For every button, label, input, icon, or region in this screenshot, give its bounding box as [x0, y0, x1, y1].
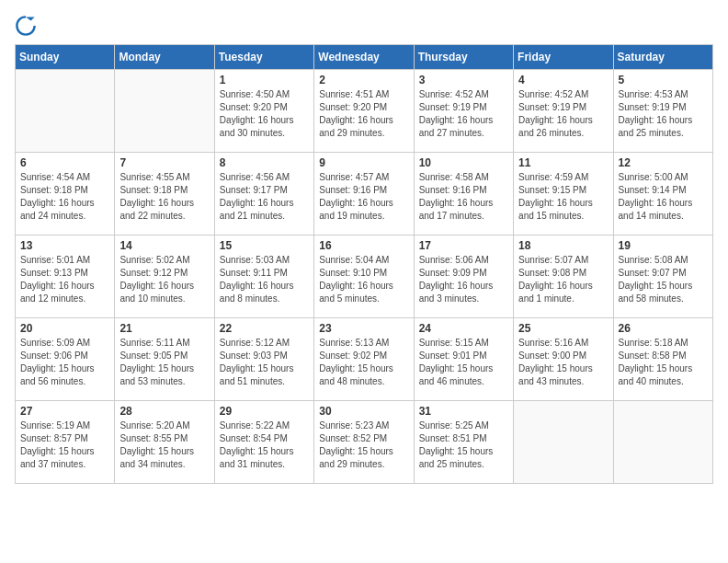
- day-number: 9: [319, 156, 408, 169]
- day-number: 22: [220, 322, 309, 335]
- day-info: Sunrise: 5:20 AM Sunset: 8:55 PM Dayligh…: [119, 419, 209, 471]
- day-number: 27: [20, 405, 109, 418]
- day-info: Sunrise: 4:56 AM Sunset: 9:17 PM Dayligh…: [220, 171, 309, 223]
- calendar-cell: 2Sunrise: 4:51 AM Sunset: 9:20 PM Daylig…: [314, 70, 414, 153]
- day-number: 31: [419, 405, 508, 418]
- day-number: 24: [419, 322, 508, 335]
- calendar-week-row: 20Sunrise: 5:09 AM Sunset: 9:06 PM Dayli…: [16, 318, 713, 401]
- calendar-cell: 25Sunrise: 5:16 AM Sunset: 9:00 PM Dayli…: [514, 318, 613, 401]
- logo-icon: [15, 15, 37, 37]
- day-info: Sunrise: 5:09 AM Sunset: 9:06 PM Dayligh…: [20, 337, 109, 388]
- day-info: Sunrise: 5:15 AM Sunset: 9:01 PM Dayligh…: [419, 337, 508, 388]
- calendar-cell: 14Sunrise: 5:02 AM Sunset: 9:12 PM Dayli…: [115, 236, 214, 318]
- day-number: 19: [619, 239, 708, 252]
- calendar-cell: 22Sunrise: 5:12 AM Sunset: 9:03 PM Dayli…: [214, 318, 313, 401]
- calendar-cell: 18Sunrise: 5:07 AM Sunset: 9:08 PM Dayli…: [514, 236, 613, 318]
- day-info: Sunrise: 5:06 AM Sunset: 9:09 PM Dayligh…: [419, 254, 508, 305]
- calendar-cell: 7Sunrise: 4:55 AM Sunset: 9:18 PM Daylig…: [115, 153, 214, 236]
- calendar-cell: 29Sunrise: 5:22 AM Sunset: 8:54 PM Dayli…: [214, 401, 313, 484]
- calendar-cell: 31Sunrise: 5:25 AM Sunset: 8:51 PM Dayli…: [414, 401, 513, 484]
- calendar-cell: 12Sunrise: 5:00 AM Sunset: 9:14 PM Dayli…: [613, 153, 712, 236]
- day-info: Sunrise: 4:51 AM Sunset: 9:20 PM Dayligh…: [319, 88, 408, 140]
- calendar-table: SundayMondayTuesdayWednesdayThursdayFrid…: [15, 44, 713, 484]
- calendar-week-row: 13Sunrise: 5:01 AM Sunset: 9:13 PM Dayli…: [16, 236, 713, 318]
- calendar-cell: 17Sunrise: 5:06 AM Sunset: 9:09 PM Dayli…: [414, 236, 513, 318]
- weekday-header-saturday: Saturday: [613, 45, 712, 70]
- calendar-cell: 4Sunrise: 4:52 AM Sunset: 9:19 PM Daylig…: [514, 70, 613, 153]
- calendar-cell: 27Sunrise: 5:19 AM Sunset: 8:57 PM Dayli…: [16, 401, 115, 484]
- weekday-header-sunday: Sunday: [16, 45, 115, 70]
- day-number: 6: [20, 156, 109, 169]
- page-header: [15, 15, 713, 37]
- calendar-cell: [115, 70, 214, 153]
- day-info: Sunrise: 5:11 AM Sunset: 9:05 PM Dayligh…: [119, 337, 209, 388]
- day-number: 18: [518, 239, 608, 252]
- calendar-cell: 15Sunrise: 5:03 AM Sunset: 9:11 PM Dayli…: [214, 236, 313, 318]
- day-info: Sunrise: 5:22 AM Sunset: 8:54 PM Dayligh…: [220, 419, 309, 471]
- day-info: Sunrise: 4:54 AM Sunset: 9:18 PM Dayligh…: [20, 171, 109, 223]
- calendar-cell: 21Sunrise: 5:11 AM Sunset: 9:05 PM Dayli…: [115, 318, 214, 401]
- weekday-header-friday: Friday: [514, 45, 613, 70]
- day-info: Sunrise: 4:52 AM Sunset: 9:19 PM Dayligh…: [518, 88, 608, 140]
- day-info: Sunrise: 4:57 AM Sunset: 9:16 PM Dayligh…: [319, 171, 408, 223]
- calendar-cell: 20Sunrise: 5:09 AM Sunset: 9:06 PM Dayli…: [16, 318, 115, 401]
- calendar-cell: 24Sunrise: 5:15 AM Sunset: 9:01 PM Dayli…: [414, 318, 513, 401]
- day-number: 14: [119, 239, 209, 252]
- day-number: 25: [518, 322, 608, 335]
- calendar-cell: [514, 401, 613, 484]
- day-number: 21: [119, 322, 209, 335]
- day-number: 29: [220, 405, 309, 418]
- day-number: 28: [119, 405, 209, 418]
- calendar-week-row: 1Sunrise: 4:50 AM Sunset: 9:20 PM Daylig…: [16, 70, 713, 153]
- day-info: Sunrise: 5:25 AM Sunset: 8:51 PM Dayligh…: [419, 419, 508, 471]
- day-number: 23: [319, 322, 408, 335]
- calendar-cell: 16Sunrise: 5:04 AM Sunset: 9:10 PM Dayli…: [314, 236, 414, 318]
- calendar-cell: 30Sunrise: 5:23 AM Sunset: 8:52 PM Dayli…: [314, 401, 414, 484]
- calendar-cell: 9Sunrise: 4:57 AM Sunset: 9:16 PM Daylig…: [314, 153, 414, 236]
- day-info: Sunrise: 5:12 AM Sunset: 9:03 PM Dayligh…: [220, 337, 309, 388]
- calendar-cell: 10Sunrise: 4:58 AM Sunset: 9:16 PM Dayli…: [414, 153, 513, 236]
- day-number: 20: [20, 322, 109, 335]
- day-info: Sunrise: 5:02 AM Sunset: 9:12 PM Dayligh…: [119, 254, 209, 305]
- weekday-header-row: SundayMondayTuesdayWednesdayThursdayFrid…: [16, 45, 713, 70]
- day-number: 5: [619, 74, 708, 86]
- calendar-cell: 8Sunrise: 4:56 AM Sunset: 9:17 PM Daylig…: [214, 153, 313, 236]
- calendar-cell: 28Sunrise: 5:20 AM Sunset: 8:55 PM Dayli…: [115, 401, 214, 484]
- calendar-cell: 3Sunrise: 4:52 AM Sunset: 9:19 PM Daylig…: [414, 70, 513, 153]
- logo: [15, 15, 40, 37]
- calendar-cell: 6Sunrise: 4:54 AM Sunset: 9:18 PM Daylig…: [16, 153, 115, 236]
- day-info: Sunrise: 4:59 AM Sunset: 9:15 PM Dayligh…: [518, 171, 608, 223]
- calendar-cell: [613, 401, 712, 484]
- weekday-header-tuesday: Tuesday: [214, 45, 313, 70]
- calendar-cell: 5Sunrise: 4:53 AM Sunset: 9:19 PM Daylig…: [613, 70, 712, 153]
- day-number: 26: [619, 322, 708, 335]
- calendar-week-row: 6Sunrise: 4:54 AM Sunset: 9:18 PM Daylig…: [16, 153, 713, 236]
- weekday-header-monday: Monday: [115, 45, 214, 70]
- calendar-cell: 26Sunrise: 5:18 AM Sunset: 8:58 PM Dayli…: [613, 318, 712, 401]
- day-info: Sunrise: 5:01 AM Sunset: 9:13 PM Dayligh…: [20, 254, 109, 305]
- day-number: 17: [419, 239, 508, 252]
- day-number: 2: [319, 74, 408, 86]
- day-number: 12: [619, 156, 708, 169]
- day-number: 4: [518, 74, 608, 86]
- day-info: Sunrise: 5:16 AM Sunset: 9:00 PM Dayligh…: [518, 337, 608, 388]
- day-info: Sunrise: 5:03 AM Sunset: 9:11 PM Dayligh…: [220, 254, 309, 305]
- day-number: 11: [518, 156, 608, 169]
- day-info: Sunrise: 4:50 AM Sunset: 9:20 PM Dayligh…: [220, 88, 309, 140]
- day-info: Sunrise: 5:23 AM Sunset: 8:52 PM Dayligh…: [319, 419, 408, 471]
- day-info: Sunrise: 4:58 AM Sunset: 9:16 PM Dayligh…: [419, 171, 508, 223]
- day-number: 8: [220, 156, 309, 169]
- day-number: 15: [220, 239, 309, 252]
- calendar-week-row: 27Sunrise: 5:19 AM Sunset: 8:57 PM Dayli…: [16, 401, 713, 484]
- day-number: 30: [319, 405, 408, 418]
- day-info: Sunrise: 4:53 AM Sunset: 9:19 PM Dayligh…: [619, 88, 708, 140]
- day-number: 13: [20, 239, 109, 252]
- day-info: Sunrise: 5:19 AM Sunset: 8:57 PM Dayligh…: [20, 419, 109, 471]
- calendar-cell: 19Sunrise: 5:08 AM Sunset: 9:07 PM Dayli…: [613, 236, 712, 318]
- day-info: Sunrise: 5:04 AM Sunset: 9:10 PM Dayligh…: [319, 254, 408, 305]
- day-number: 10: [419, 156, 508, 169]
- day-number: 1: [220, 74, 309, 86]
- day-info: Sunrise: 4:52 AM Sunset: 9:19 PM Dayligh…: [419, 88, 508, 140]
- calendar-cell: 1Sunrise: 4:50 AM Sunset: 9:20 PM Daylig…: [214, 70, 313, 153]
- day-number: 7: [119, 156, 209, 169]
